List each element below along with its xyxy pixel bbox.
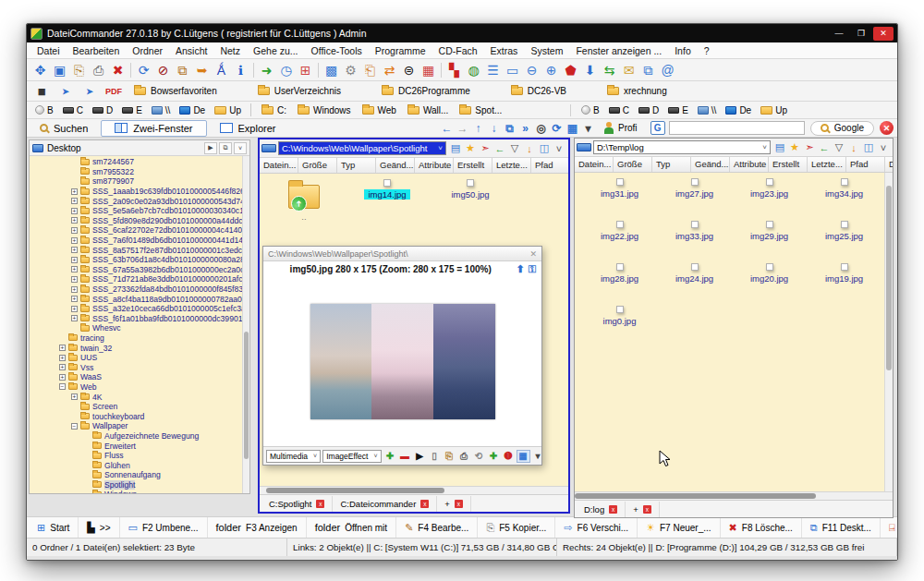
- forward-icon[interactable]: →: [455, 122, 470, 135]
- tree-item[interactable]: + WaaS: [30, 372, 249, 382]
- column-header[interactable]: Typ: [652, 157, 691, 172]
- drive-button[interactable]: C: [604, 104, 634, 116]
- path-dropdown[interactable]: C:\Windows\Web\Wallpaper\Spotlight ˅: [278, 141, 446, 155]
- f4-edit-button[interactable]: ✎ F4 Bearbe...: [396, 517, 478, 538]
- tree-item[interactable]: Spotlight: [30, 480, 249, 490]
- column-header[interactable]: Attribute: [730, 157, 769, 172]
- checker-icon[interactable]: ▚: [444, 61, 464, 79]
- clipboard-icon[interactable]: ⎘: [69, 61, 89, 79]
- tree-item[interactable]: + SSS_71d721ab8e3ddb0101000000201afc17: [30, 274, 249, 284]
- split-view-icon[interactable]: ◫: [537, 142, 552, 154]
- google-search-button[interactable]: Google: [810, 121, 874, 136]
- tree-scrollbar[interactable]: [242, 156, 249, 493]
- expander-icon[interactable]: +: [71, 296, 78, 302]
- tree-item[interactable]: Sonnenaufgang: [30, 470, 249, 480]
- file-item[interactable]: img27.jpg: [657, 178, 732, 199]
- select-cursor-icon[interactable]: ➣: [478, 142, 492, 154]
- expander-icon[interactable]: +: [59, 374, 66, 381]
- favorite-star-icon[interactable]: ★: [787, 141, 802, 153]
- print-icon[interactable]: ⎙: [89, 61, 108, 79]
- close-button[interactable]: ✕: [873, 27, 894, 41]
- contacts-icon[interactable]: @: [658, 61, 677, 79]
- drive-button[interactable]: \\: [693, 104, 722, 116]
- f6-move-button[interactable]: ⇨ F6 Verschi...: [555, 517, 638, 538]
- column-header[interactable]: Erstellt: [769, 157, 808, 172]
- key-icon[interactable]: ⚿: [529, 263, 536, 275]
- preview-close-icon[interactable]: ✕: [529, 249, 537, 259]
- clipboard-button[interactable]: ⎘: [443, 450, 456, 463]
- drive-button[interactable]: E: [117, 104, 147, 116]
- expander-icon[interactable]: +: [59, 364, 66, 370]
- expander-icon[interactable]: −: [71, 423, 78, 430]
- tree-item[interactable]: + SSS_1aaab19c639fdb0101000005446f826: [30, 187, 249, 197]
- add-button[interactable]: ✚: [383, 450, 397, 463]
- column-header[interactable]: Größe: [614, 157, 652, 172]
- menu-item[interactable]: Ansicht: [169, 44, 213, 57]
- download-button[interactable]: ➊: [502, 450, 516, 463]
- thumbs-button[interactable]: ▦: [517, 450, 530, 463]
- drive-button[interactable]: \\: [147, 104, 176, 116]
- expander-icon[interactable]: +: [71, 237, 78, 244]
- tree-item[interactable]: Whesvc: [30, 323, 249, 333]
- reload-icon[interactable]: ⟳: [549, 122, 565, 135]
- drive-button[interactable]: Up: [756, 104, 792, 116]
- tree-item[interactable]: sm8779907: [30, 176, 249, 187]
- f3-show-button[interactable]: folder F3 Anzeigen: [208, 517, 307, 538]
- column-header[interactable]: Dat...: [885, 157, 893, 172]
- close-tab-icon[interactable]: x: [316, 500, 324, 508]
- f7-new-button[interactable]: ☀ F7 Neuer_...: [638, 517, 720, 538]
- file-item[interactable]: img22.jpg: [582, 221, 657, 241]
- tree-item[interactable]: + SSS_273362fda84bdb0101000000f845f834: [30, 284, 249, 295]
- tree-item[interactable]: + SSS_2a09c0e02a93db0101000000543d743d: [30, 196, 249, 206]
- expander-icon[interactable]: +: [71, 227, 78, 234]
- tree-item[interactable]: + SSS_a8cf4ba118a9db0101000000782aa00c: [30, 294, 249, 304]
- profile-label[interactable]: Profi: [618, 123, 638, 133]
- forbidden-icon[interactable]: ⊘: [153, 61, 173, 79]
- drive-button[interactable]: D: [634, 104, 663, 116]
- column-header[interactable]: Letzte...: [492, 158, 531, 173]
- expander-icon[interactable]: +: [71, 247, 78, 253]
- horizontal-scrollbar[interactable]: [575, 491, 893, 500]
- go-arrow-icon[interactable]: ➜: [257, 61, 276, 79]
- rotate-button[interactable]: ⟲: [472, 450, 486, 463]
- menu-item[interactable]: Extras: [484, 44, 525, 57]
- tree-item[interactable]: + SSS_a32e10ceca66db0101000005c1efc3a: [30, 304, 249, 314]
- pane-tab[interactable]: + x: [626, 502, 660, 517]
- expander-icon[interactable]: +: [71, 188, 78, 195]
- menu-item[interactable]: System: [524, 44, 569, 57]
- maximize-button[interactable]: ❐: [851, 27, 871, 41]
- column-header[interactable]: Pfad: [531, 158, 568, 173]
- file-item[interactable]: img31.jpg: [582, 178, 657, 199]
- column-header[interactable]: Geänd...: [691, 157, 730, 172]
- zoom-in-icon[interactable]: ⊕: [541, 61, 561, 79]
- favorite-folder-button[interactable]: Bowserfavoriten: [127, 85, 225, 97]
- back-green-icon[interactable]: ←: [817, 142, 832, 153]
- play-button[interactable]: ▶: [204, 142, 217, 154]
- column-header[interactable]: Pfad: [846, 157, 885, 172]
- down-icon[interactable]: ↓: [486, 122, 502, 135]
- tree-item[interactable]: sm7955322: [30, 167, 249, 177]
- down-orange-icon[interactable]: ↓: [846, 142, 861, 153]
- menu-item[interactable]: Programme: [369, 44, 432, 57]
- scanner2-icon[interactable]: ➤: [79, 83, 101, 100]
- menu-item[interactable]: Bearbeiten: [67, 44, 127, 57]
- tree-item[interactable]: − Web: [30, 382, 249, 393]
- tree-item[interactable]: sm7244567: [30, 157, 249, 167]
- equal-icon[interactable]: ⊜: [399, 61, 419, 79]
- expander-icon[interactable]: +: [71, 315, 78, 321]
- drive-button[interactable]: De: [175, 104, 210, 116]
- google-g-button[interactable]: G: [650, 121, 665, 135]
- column-header[interactable]: Letzte...: [808, 157, 846, 172]
- tree-item[interactable]: touchkeyboard: [30, 411, 249, 421]
- image-view-icon[interactable]: ▭: [503, 61, 522, 79]
- column-header[interactable]: Geänd...: [376, 158, 415, 173]
- fullscreen-icon[interactable]: ✥: [30, 61, 50, 79]
- close-tab-icon[interactable]: x: [609, 505, 617, 514]
- copy-to-folder-icon[interactable]: ⧉: [173, 61, 192, 79]
- menu-item[interactable]: Datei: [30, 44, 67, 57]
- file-item[interactable]: img50.jpg: [432, 179, 509, 200]
- cards-view-icon[interactable]: ▤: [448, 142, 463, 154]
- minimize-button[interactable]: —: [829, 27, 849, 41]
- pc-icon[interactable]: ⧉: [502, 122, 517, 135]
- split-view-icon[interactable]: ◫: [861, 141, 876, 153]
